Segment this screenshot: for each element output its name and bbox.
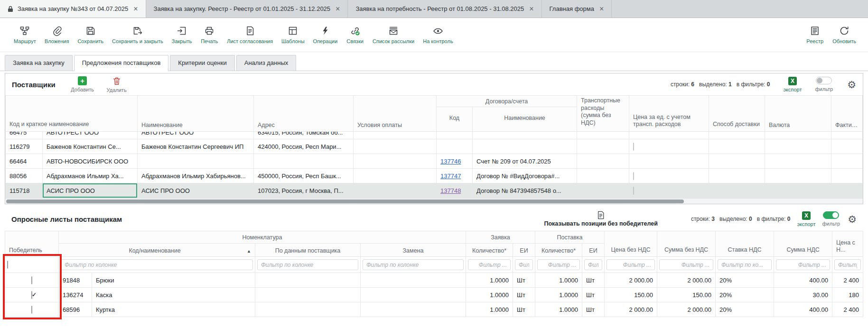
tab-evaluation-criteria[interactable]: Критерии оценки	[170, 55, 234, 71]
contract-link[interactable]: 137748	[440, 187, 461, 194]
tab-data-analysis[interactable]: Анализ данных	[236, 55, 297, 71]
col-header-code-name[interactable]: Код и краткое наименование	[6, 96, 138, 132]
filter-qty-supply-input[interactable]	[537, 259, 580, 270]
supplier-row-selected[interactable]: 115718 АСИС ПРО ООО АСИС ПРО ООО 107023,…	[6, 183, 863, 198]
col-header-currency[interactable]: Валюта	[765, 96, 831, 132]
col-header-ei-request[interactable]: ЕИ	[513, 244, 535, 257]
col-header-replacement[interactable]: Замена	[361, 244, 466, 257]
col-header-by-supplier[interactable]: По данным поставщика	[255, 244, 361, 257]
delete-supplier-button[interactable]: Удалить	[103, 76, 131, 93]
save-icon	[85, 26, 96, 36]
winner-checkbox[interactable]	[31, 291, 32, 299]
col-header-address[interactable]: Адрес	[254, 96, 354, 132]
window-tab-purchase-registry[interactable]: Заявка на закупку. Реестр - Реестр от 01…	[146, 0, 348, 18]
col-header-transport[interactable]: Транспортные расходы (сумма без НДС)	[577, 96, 629, 132]
close-tab-icon[interactable]: ×	[133, 5, 138, 13]
print-button[interactable]: Печать	[196, 23, 223, 46]
supplier-row[interactable]: 66475 АВТОТРЕСТ ООО АВТОТРЕСТ ООО 634015…	[6, 132, 863, 139]
watch-button[interactable]: На контроль	[419, 23, 457, 46]
tab-purchase-request[interactable]: Заявка на закупку	[5, 55, 73, 71]
supplier-row[interactable]: 116279 Баженов Константин Се... Баженов …	[6, 139, 863, 154]
close-tab-icon[interactable]: ×	[529, 5, 533, 13]
row-checkbox[interactable]	[633, 187, 634, 195]
contract-link[interactable]: 137747	[440, 173, 461, 180]
close-tab-icon[interactable]: ×	[599, 5, 604, 13]
col-header-vat-sum[interactable]: Сумма НДС	[774, 231, 832, 257]
filter-by-supplier-input[interactable]	[257, 259, 358, 270]
horizontal-scrollbar[interactable]	[5, 198, 863, 204]
operations-button[interactable]: Операции	[309, 23, 342, 46]
row-checkbox[interactable]	[633, 172, 634, 180]
mailing-list-button[interactable]: Список рассылки	[368, 23, 419, 46]
col-header-unit-price[interactable]: Цена за ед. с учетом трансп. расходов	[629, 96, 709, 132]
filter-price-no-vat-input[interactable]	[607, 259, 655, 270]
close-tab-icon[interactable]: ×	[336, 5, 340, 13]
col-header-sum-no-vat[interactable]: Сумма без НДС	[657, 231, 716, 257]
show-no-winners-toggle[interactable]: Показывать позиции без победителей	[544, 211, 657, 227]
window-tab-label: Заявка на потребность - Реестр от 01.08.…	[355, 5, 524, 12]
questionnaires-settings-gear-icon[interactable]: ⚙	[848, 214, 857, 224]
mailing-list-icon	[388, 26, 399, 36]
row-checkbox[interactable]	[633, 143, 634, 151]
filter-vat-rate-input[interactable]	[718, 259, 772, 270]
filtered-count: в фильтре: 0	[737, 81, 770, 88]
close-form-button[interactable]: Закрыть	[168, 23, 196, 46]
questionnaire-row[interactable]: 91848 Брюки 1.0000 Шт 1.0000 Шт 2 000.00…	[5, 273, 863, 288]
col-header-contract-name[interactable]: Наименование	[473, 107, 577, 132]
col-header-delivery[interactable]: Способ доставки	[709, 96, 765, 132]
col-header-winner[interactable]: Победитель	[5, 231, 59, 257]
tab-supplier-offers[interactable]: Предложения поставщиков	[74, 55, 169, 71]
questionnaires-export-button[interactable]: X экспорт	[797, 211, 815, 227]
approval-sheet-button[interactable]: Лист согласования	[223, 23, 277, 46]
questionnaire-row[interactable]: 136274 Каска 1.0000 Шт 1.0000 Шт 150.00 …	[5, 288, 863, 302]
filter-sum-no-vat-input[interactable]	[659, 259, 713, 270]
registry-button[interactable]: Реестр	[802, 23, 828, 46]
filter-replacement-input[interactable]	[363, 259, 464, 270]
attachments-button[interactable]: Вложения	[40, 23, 74, 46]
suppliers-header: Поставщики + Добавить Удалить строки: 6 …	[5, 73, 863, 95]
scrollbar-thumb[interactable]	[6, 200, 684, 203]
col-header-contract-code[interactable]: Код	[437, 107, 473, 132]
suppliers-filter-toggle[interactable]: фильтр	[815, 77, 833, 92]
col-header-ei-supply[interactable]: ЕИ	[582, 244, 605, 257]
add-supplier-button[interactable]: + Добавить	[69, 76, 96, 92]
refresh-button[interactable]: Обновить	[828, 23, 860, 46]
col-header-price-with-vat[interactable]: Цена с Н...	[832, 231, 863, 257]
col-header-vat-rate[interactable]: Ставка НДС	[716, 231, 774, 257]
filter-ei-request-input[interactable]	[515, 259, 533, 270]
winner-checkbox[interactable]	[31, 276, 32, 284]
window-tab-main-form[interactable]: Главная форма ×	[542, 0, 612, 18]
col-header-payment[interactable]: Условия оплаты	[354, 96, 437, 132]
select-all-winners-checkbox[interactable]	[7, 261, 8, 269]
save-button[interactable]: Сохранить	[73, 23, 108, 46]
watch-icon	[433, 26, 443, 36]
filter-vat-sum-input[interactable]	[776, 259, 830, 270]
filter-ei-supply-input[interactable]	[584, 259, 602, 270]
col-header-qty-supply[interactable]: Количество*	[535, 244, 582, 257]
winner-checkbox[interactable]	[31, 306, 32, 314]
supplier-row[interactable]: 88056 Абдрахманов Ильмир Ха... Абдрахман…	[6, 169, 863, 183]
route-icon	[19, 26, 30, 36]
col-header-qty-request[interactable]: Количество*	[466, 244, 513, 257]
suppliers-panel: Поставщики + Добавить Удалить строки: 6 …	[5, 73, 863, 204]
window-tab-need-registry[interactable]: Заявка на потребность - Реестр от 01.08.…	[348, 0, 541, 18]
col-header-actual[interactable]: Фактиче...	[831, 96, 863, 132]
save-and-close-button[interactable]: Сохранить и закрыть	[108, 23, 168, 46]
contract-link[interactable]: 137746	[440, 158, 461, 165]
questionnaires-filter-toggle[interactable]: фильтр	[822, 211, 840, 227]
col-header-name[interactable]: Наименование	[138, 96, 254, 132]
questionnaire-row[interactable]: 68596 Куртка 1.0000 Шт 1.0000 Шт 2 000.0…	[5, 302, 863, 317]
supplier-row[interactable]: 66464 АВТО-НОВОСИБИРСК ООО 137746 Счет №…	[6, 154, 863, 169]
window-tab-purchase-request[interactable]: Заявка на закупку №343 от 04.07.2025 ×	[0, 0, 146, 18]
suppliers-settings-gear-icon[interactable]: ⚙	[847, 80, 856, 90]
col-header-code-name[interactable]: Код/наименование▲	[59, 244, 255, 257]
filter-code-name-input[interactable]	[61, 259, 253, 270]
close-form-icon	[177, 26, 187, 36]
templates-button[interactable]: Шаблоны	[277, 23, 309, 46]
route-button[interactable]: Маршрут	[9, 23, 40, 46]
filter-qty-request-input[interactable]	[468, 259, 511, 270]
suppliers-export-button[interactable]: X экспорт	[783, 77, 802, 92]
filter-price-with-vat-input[interactable]	[834, 259, 861, 270]
links-button[interactable]: Связки	[342, 23, 368, 46]
col-header-price-no-vat[interactable]: Цена без НДС	[605, 231, 657, 257]
